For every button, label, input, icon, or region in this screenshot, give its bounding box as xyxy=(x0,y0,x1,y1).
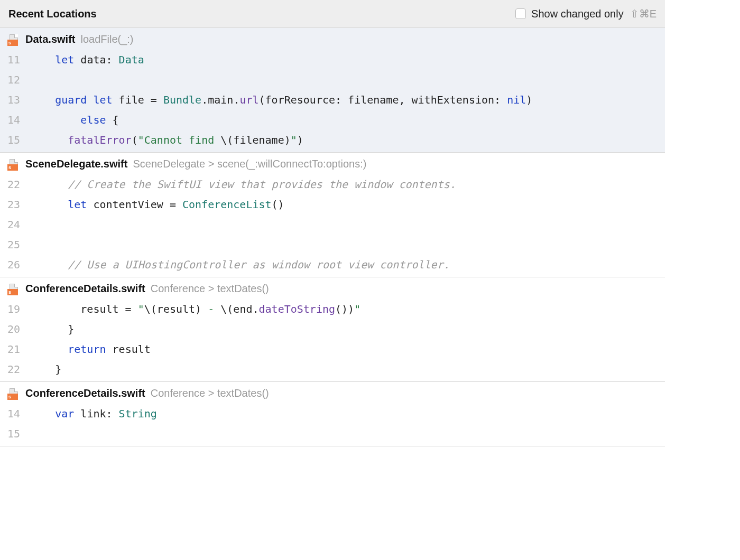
line-number: 22 xyxy=(0,359,30,379)
location-filename: ConferenceDetails.swift xyxy=(25,283,145,295)
line-number: 14 xyxy=(0,110,30,130)
code-text xyxy=(30,424,665,444)
code-text: let contentView = ConferenceList() xyxy=(30,194,665,214)
code-snippet: 19 result = "\(result) - \(end.dateToStr… xyxy=(0,299,665,381)
code-line[interactable]: 24 xyxy=(0,214,665,235)
line-number: 19 xyxy=(0,299,30,319)
location-header[interactable]: sConferenceDetails.swiftConference > tex… xyxy=(0,382,665,404)
code-line[interactable]: 22 // Create the SwiftUI view that provi… xyxy=(0,174,665,194)
code-line[interactable]: 23 let contentView = ConferenceList() xyxy=(0,194,665,214)
code-text xyxy=(30,235,665,255)
code-line[interactable]: 15 fatalError("Cannot find \(filename)") xyxy=(0,130,665,150)
location-item[interactable]: sConferenceDetails.swiftConference > tex… xyxy=(0,382,665,446)
line-number: 12 xyxy=(0,70,30,90)
location-item[interactable]: sData.swiftloadFile(_:)11 let data: Data… xyxy=(0,28,665,153)
line-number: 15 xyxy=(0,424,30,444)
location-filename: ConferenceDetails.swift xyxy=(25,387,145,399)
code-line[interactable]: 26 // Use a UIHostingController as windo… xyxy=(0,255,665,275)
code-line[interactable]: 14 var link: String xyxy=(0,404,665,424)
code-line[interactable]: 20 } xyxy=(0,319,665,339)
location-item[interactable]: sSceneDelegate.swiftSceneDelegate > scen… xyxy=(0,153,665,277)
code-snippet: 14 var link: String15 xyxy=(0,404,665,446)
location-item[interactable]: sConferenceDetails.swiftConference > tex… xyxy=(0,277,665,382)
line-number: 11 xyxy=(0,50,30,70)
code-text: } xyxy=(30,319,665,339)
code-text: result = "\(result) - \(end.dateToString… xyxy=(30,299,665,319)
location-filename: SceneDelegate.swift xyxy=(25,158,127,170)
location-path: Conference > textDates() xyxy=(151,283,269,295)
line-number: 24 xyxy=(0,214,30,235)
show-changed-label: Show changed only xyxy=(531,8,624,20)
code-text: guard let file = Bundle.main.url(forReso… xyxy=(30,90,665,110)
code-text: } xyxy=(30,359,665,379)
location-header[interactable]: sSceneDelegate.swiftSceneDelegate > scen… xyxy=(0,153,665,174)
line-number: 23 xyxy=(0,194,30,214)
line-number: 21 xyxy=(0,339,30,359)
swift-file-icon: s xyxy=(7,159,20,170)
location-path: Conference > textDates() xyxy=(151,387,269,399)
location-path: loadFile(_:) xyxy=(80,33,133,45)
swift-file-icon: s xyxy=(7,388,20,399)
show-changed-checkbox[interactable] xyxy=(515,8,526,19)
line-number: 22 xyxy=(0,174,30,194)
line-number: 13 xyxy=(0,90,30,110)
line-number: 20 xyxy=(0,319,30,339)
line-number: 15 xyxy=(0,130,30,150)
location-header[interactable]: sData.swiftloadFile(_:) xyxy=(0,28,665,50)
header-controls: Show changed only ⇧⌘E xyxy=(515,7,656,20)
code-text: return result xyxy=(30,339,665,359)
code-text: // Use a UIHostingController as window r… xyxy=(30,255,665,275)
code-text: let data: Data xyxy=(30,50,665,70)
swift-file-icon: s xyxy=(7,34,20,45)
locations-list: sData.swiftloadFile(_:)11 let data: Data… xyxy=(0,28,665,446)
code-line[interactable]: 12 xyxy=(0,70,665,90)
code-line[interactable]: 22 } xyxy=(0,359,665,379)
location-path: SceneDelegate > scene(_:willConnectTo:op… xyxy=(133,158,366,170)
line-number: 26 xyxy=(0,255,30,275)
swift-file-icon: s xyxy=(7,284,20,294)
location-filename: Data.swift xyxy=(25,33,75,45)
code-text xyxy=(30,214,665,235)
popup-header: Recent Locations Show changed only ⇧⌘E xyxy=(0,0,665,28)
popup-title: Recent Locations xyxy=(8,8,97,20)
location-header[interactable]: sConferenceDetails.swiftConference > tex… xyxy=(0,277,665,299)
code-snippet: 22 // Create the SwiftUI view that provi… xyxy=(0,174,665,277)
code-snippet: 11 let data: Data1213 guard let file = B… xyxy=(0,50,665,152)
code-line[interactable]: 14 else { xyxy=(0,110,665,130)
code-line[interactable]: 13 guard let file = Bundle.main.url(forR… xyxy=(0,90,665,110)
code-line[interactable]: 21 return result xyxy=(0,339,665,359)
code-line[interactable]: 25 xyxy=(0,235,665,255)
code-text: fatalError("Cannot find \(filename)") xyxy=(30,130,665,150)
code-text: // Create the SwiftUI view that provides… xyxy=(30,174,665,194)
code-line[interactable]: 15 xyxy=(0,424,665,444)
code-text: else { xyxy=(30,110,665,130)
code-text: var link: String xyxy=(30,404,665,424)
code-text xyxy=(30,70,665,90)
code-line[interactable]: 11 let data: Data xyxy=(0,50,665,70)
line-number: 25 xyxy=(0,235,30,255)
code-line[interactable]: 19 result = "\(result) - \(end.dateToStr… xyxy=(0,299,665,319)
shortcut-hint: ⇧⌘E xyxy=(630,7,656,20)
line-number: 14 xyxy=(0,404,30,424)
